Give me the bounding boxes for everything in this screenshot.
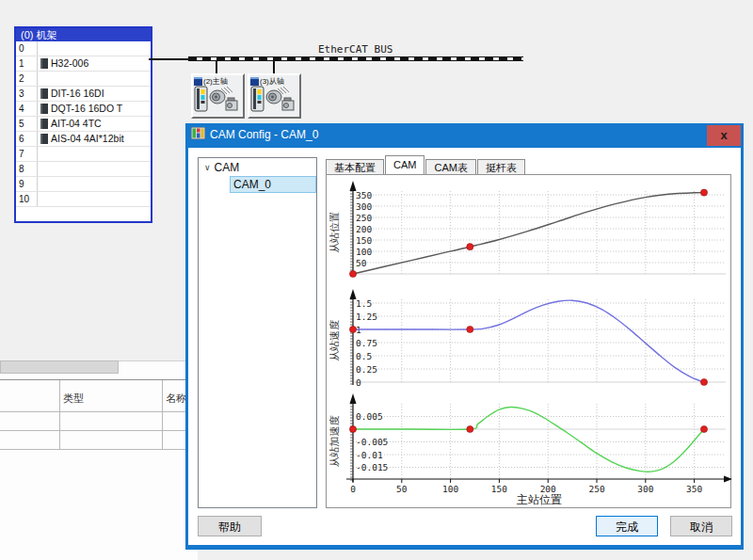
rack-slot-number: 0 bbox=[16, 41, 38, 56]
x-tick-label: 100 bbox=[442, 484, 458, 494]
rack-module-label bbox=[38, 72, 40, 86]
bus-node-slave-axis[interactable]: (3)从轴 bbox=[248, 73, 301, 119]
module-icon bbox=[40, 104, 48, 114]
tree-item-cam[interactable]: ∨ CAM bbox=[199, 158, 316, 175]
y-axis-arrow-icon bbox=[350, 393, 357, 404]
tree-item-cam-0[interactable]: CAM_0 bbox=[230, 176, 316, 193]
x-tick-label: 50 bbox=[396, 484, 408, 494]
rack-row[interactable]: 3DIT-16 16DI bbox=[16, 87, 151, 102]
workspace-splitter[interactable] bbox=[0, 360, 119, 374]
tab-strip: 基本配置CAMCAM表挺杆表 bbox=[326, 156, 526, 174]
tree-root-label: CAM bbox=[215, 161, 240, 174]
rack-row[interactable]: 1H32-006 bbox=[16, 56, 151, 72]
rack-module-label: DIT-16 16DI bbox=[38, 87, 104, 101]
rack-row[interactable]: 4DQT-16 16DO T bbox=[16, 102, 151, 117]
servo-drive-icon bbox=[195, 87, 207, 111]
cam-point-marker[interactable] bbox=[700, 378, 707, 385]
y-axis-label: 从站位置 bbox=[329, 212, 340, 253]
rack-table: (0) 机架 01H32-00623DIT-16 16DI4DQT-16 16D… bbox=[14, 26, 152, 223]
small-motor-icon bbox=[226, 98, 237, 110]
workspace-divider bbox=[0, 379, 198, 380]
rack-slot-number: 9 bbox=[16, 177, 38, 191]
y-axis-label: 从站速度 bbox=[329, 320, 340, 361]
servo-drive-icon bbox=[251, 87, 264, 111]
rack-slot-number: 7 bbox=[16, 147, 38, 161]
help-button[interactable]: 帮助 bbox=[198, 516, 262, 536]
module-icon bbox=[40, 134, 48, 144]
cam-point-marker[interactable] bbox=[467, 326, 473, 332]
device-icon bbox=[250, 77, 259, 86]
rack-module-label bbox=[38, 192, 40, 206]
rack-slot-number: 3 bbox=[16, 87, 38, 101]
series-curve bbox=[353, 193, 704, 274]
x-tick-label: 350 bbox=[686, 484, 702, 494]
rack-header: (0) 机架 bbox=[16, 28, 151, 41]
module-icon bbox=[40, 88, 48, 99]
node-label: (3)从轴 bbox=[260, 76, 284, 87]
rack-row[interactable]: 2 bbox=[16, 72, 151, 87]
rack-row[interactable]: 0 bbox=[16, 41, 151, 56]
table-grid-line bbox=[162, 380, 163, 449]
rack-slot-number: 4 bbox=[16, 102, 38, 116]
tab-tappet-table[interactable]: 挺杆表 bbox=[477, 159, 525, 174]
cam-point-marker[interactable] bbox=[467, 244, 473, 250]
tab-basic-config[interactable]: 基本配置 bbox=[326, 159, 384, 174]
cancel-button[interactable]: 取消 bbox=[670, 516, 732, 536]
rack-module-label bbox=[38, 41, 40, 56]
y-tick-label: 350 bbox=[356, 190, 372, 200]
bus-drop-line bbox=[273, 60, 275, 74]
table-grid-line bbox=[59, 380, 60, 449]
y-tick-label: -0.005 bbox=[356, 437, 388, 447]
cam-point-marker[interactable] bbox=[467, 425, 473, 432]
table-grid-line bbox=[0, 449, 198, 450]
tab-cam-table[interactable]: CAM表 bbox=[425, 159, 475, 174]
screen: (0) 机架 01H32-00623DIT-16 16DI4DQT-16 16D… bbox=[0, 0, 753, 560]
axis-device-icons bbox=[193, 86, 240, 113]
tab-cam[interactable]: CAM bbox=[385, 155, 425, 174]
x-tick-label: 250 bbox=[588, 484, 604, 494]
x-tick-label: 0 bbox=[350, 484, 356, 494]
cam-config-dialog: CAM Config - CAM_0 x ∨ CAM CAM_0 基本配置CAM… bbox=[185, 123, 744, 550]
y-tick-label: 300 bbox=[356, 201, 372, 212]
cam-point-marker[interactable] bbox=[349, 425, 356, 432]
y-tick-label: -0.015 bbox=[356, 462, 388, 472]
rack-module-label bbox=[38, 177, 40, 191]
dialog-titlebar[interactable]: CAM Config - CAM_0 bbox=[191, 127, 318, 142]
rack-row[interactable]: 5AIT-04 4TC bbox=[16, 117, 151, 132]
close-icon[interactable]: x bbox=[707, 125, 741, 146]
rack-slot-number: 10 bbox=[16, 192, 38, 206]
rack-slot-number: 2 bbox=[16, 72, 38, 86]
chevron-down-icon[interactable]: ∨ bbox=[204, 163, 211, 172]
rack-row[interactable]: 6AIS-04 4AI*12bit bbox=[16, 132, 151, 147]
chart-position: 50100150200250300350从站位置 bbox=[329, 180, 732, 285]
y-tick-label: 0.25 bbox=[356, 364, 377, 375]
rack-bus-connector bbox=[149, 58, 190, 60]
ethercat-bus-label: EtherCAT BUS bbox=[318, 43, 393, 56]
column-header-name[interactable]: 名称 bbox=[166, 392, 186, 406]
rack-module-label: AIT-04 4TC bbox=[38, 117, 102, 131]
x-tick-label: 150 bbox=[491, 484, 507, 494]
small-motor-icon bbox=[282, 98, 294, 110]
module-icon bbox=[40, 119, 48, 129]
rack-module-label bbox=[38, 162, 40, 176]
cam-point-marker[interactable] bbox=[349, 270, 356, 277]
x-axis-label: 主站位置 bbox=[517, 493, 562, 506]
rack-row[interactable]: 9 bbox=[16, 177, 151, 192]
cam-point-marker[interactable] bbox=[700, 189, 707, 196]
y-tick-label: 250 bbox=[356, 213, 372, 223]
bus-node-master-axis[interactable]: (2)主轴 bbox=[191, 73, 245, 119]
rack-rows: 01H32-00623DIT-16 16DI4DQT-16 16DO T5AIT… bbox=[16, 41, 151, 207]
y-tick-label: 100 bbox=[356, 247, 372, 257]
rack-row[interactable]: 7 bbox=[16, 147, 151, 162]
axis-device-icons bbox=[249, 86, 296, 113]
cam-point-marker[interactable] bbox=[349, 326, 356, 332]
rack-row[interactable]: 10 bbox=[16, 192, 151, 207]
column-header-type[interactable]: 类型 bbox=[63, 392, 84, 406]
y-axis-label: 从站加速度 bbox=[329, 416, 340, 468]
device-icon bbox=[194, 77, 202, 86]
cam-point-marker[interactable] bbox=[700, 425, 707, 432]
cam-tree: ∨ CAM CAM_0 bbox=[198, 157, 317, 508]
rack-row[interactable]: 8 bbox=[16, 162, 151, 177]
series-curve bbox=[353, 300, 704, 382]
finish-button[interactable]: 完成 bbox=[596, 516, 658, 536]
